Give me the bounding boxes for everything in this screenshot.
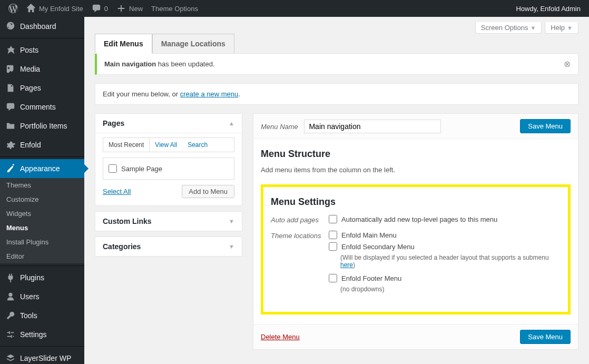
menu-structure-title: Menu Structure xyxy=(261,149,571,160)
wordpress-icon xyxy=(8,4,18,13)
pages-subtabs: Most Recent View All Search xyxy=(103,137,234,152)
tab-manage-locations[interactable]: Manage Locations xyxy=(152,34,234,53)
page-icon xyxy=(5,83,16,93)
wrench-icon xyxy=(5,310,16,321)
sidebar-item-pages[interactable]: Pages xyxy=(0,78,84,97)
menu-settings-title: Menu Settings xyxy=(271,196,561,208)
new-label: New xyxy=(129,5,143,13)
wp-logo[interactable] xyxy=(4,0,22,17)
auto-add-label: Auto add pages xyxy=(271,215,329,224)
subitem-widgets[interactable]: Widgets xyxy=(0,206,84,221)
appearance-submenu: Themes Customize Widgets Menus Install P… xyxy=(0,178,84,263)
tab-edit-menus[interactable]: Edit Menus xyxy=(95,34,152,54)
sidebar-item-appearance[interactable]: Appearance xyxy=(0,159,84,178)
subitem-editor[interactable]: Editor xyxy=(0,249,84,263)
info-panel: Edit your menu below, or create a new me… xyxy=(95,83,578,105)
brush-icon xyxy=(5,163,16,174)
sidebar-item-tools[interactable]: Tools xyxy=(0,306,84,325)
portfolio-icon xyxy=(5,121,16,131)
chevron-down-icon: ▼ xyxy=(229,218,234,224)
site-name: My Enfold Site xyxy=(39,5,83,13)
sidebar-item-media[interactable]: Media xyxy=(0,60,84,78)
subitem-customize[interactable]: Customize xyxy=(0,192,84,206)
sidebar-item-comments[interactable]: Comments xyxy=(0,97,84,116)
menu-footer: Delete Menu Save Menu xyxy=(253,324,578,349)
success-notice: Main navigation has been updated. ⊗ xyxy=(95,53,578,75)
notice-text: has been updated. xyxy=(156,60,214,68)
menu-edit-column: Menu Name Save Menu Menu Structure Add m… xyxy=(253,113,578,350)
submenu-here-link[interactable]: here xyxy=(340,261,353,269)
sidebar-item-portfolio[interactable]: Portfolio Items xyxy=(0,116,84,135)
accordion-pages-header[interactable]: Pages ▲ xyxy=(95,114,242,133)
select-all-link[interactable]: Select All xyxy=(103,188,131,195)
admin-sidebar: Dashboard Posts Media Pages Comments Por… xyxy=(0,17,84,364)
media-icon xyxy=(5,64,16,74)
accordion-pages: Pages ▲ Most Recent View All Search S xyxy=(95,113,242,206)
accordion-categories: Categories ▼ xyxy=(95,237,242,257)
subtab-search[interactable]: Search xyxy=(182,138,213,152)
page-list: Sample Page xyxy=(103,158,234,180)
comment-icon xyxy=(5,102,16,112)
main-content: Screen Options ▼ Help ▼ Edit Menus Manag… xyxy=(84,17,589,364)
page-item: Sample Page xyxy=(109,163,229,174)
nav-tabs: Edit Menus Manage Locations xyxy=(95,34,578,53)
accordion-custom-links-header[interactable]: Custom Links ▼ xyxy=(95,212,242,231)
sidebar-item-plugins[interactable]: Plugins xyxy=(0,268,84,287)
theme-options-link[interactable]: Theme Options xyxy=(147,0,202,17)
menu-header: Menu Name Save Menu xyxy=(253,114,578,139)
gear-icon xyxy=(5,140,16,150)
home-icon xyxy=(26,4,36,13)
comments-count: 0 xyxy=(104,5,108,13)
add-to-menu-button[interactable]: Add to Menu xyxy=(182,185,234,198)
dismiss-notice-button[interactable]: ⊗ xyxy=(564,59,571,69)
sidebar-item-users[interactable]: Users xyxy=(0,287,84,306)
comments-link[interactable]: 0 xyxy=(87,0,112,17)
howdy-link[interactable]: Howdy, Enfold Admin xyxy=(512,0,585,17)
plus-icon xyxy=(116,4,126,13)
theme-locations-label: Theme locations xyxy=(271,231,329,240)
chevron-up-icon: ▲ xyxy=(229,120,234,126)
create-menu-link[interactable]: create a new menu xyxy=(180,90,239,98)
loc-secondary-checkbox[interactable] xyxy=(329,242,337,251)
sidebar-item-dashboard[interactable]: Dashboard xyxy=(0,17,84,36)
chevron-down-icon: ▼ xyxy=(530,25,536,31)
subtab-most-recent[interactable]: Most Recent xyxy=(103,138,150,152)
accordion-categories-header[interactable]: Categories ▼ xyxy=(95,237,242,256)
screen-options-button[interactable]: Screen Options ▼ xyxy=(475,22,542,34)
page-checkbox[interactable] xyxy=(109,164,117,173)
menu-name-input[interactable] xyxy=(304,120,441,133)
plug-icon xyxy=(5,272,16,283)
comment-icon xyxy=(92,4,101,13)
auto-add-checkbox[interactable] xyxy=(329,215,337,223)
pin-icon xyxy=(5,45,16,55)
loc-main-checkbox[interactable] xyxy=(329,231,337,239)
layers-icon xyxy=(5,353,16,363)
subitem-menus[interactable]: Menus xyxy=(0,221,84,235)
notice-strong: Main navigation xyxy=(104,60,156,68)
dashboard-icon xyxy=(5,21,16,32)
subitem-themes[interactable]: Themes xyxy=(0,178,84,192)
new-link[interactable]: New xyxy=(112,0,147,17)
sliders-icon xyxy=(5,329,16,340)
loc-footer-checkbox[interactable] xyxy=(329,274,337,282)
menu-name-label: Menu Name xyxy=(261,123,298,131)
loc-secondary-note: (Will be displayed if you selected a hea… xyxy=(340,254,561,269)
menu-settings-box: Menu Settings Auto add pages Automatical… xyxy=(261,184,571,314)
add-items-column: Pages ▲ Most Recent View All Search S xyxy=(95,113,242,262)
save-menu-button-bottom[interactable]: Save Menu xyxy=(520,330,571,344)
sidebar-item-settings[interactable]: Settings xyxy=(0,325,84,344)
sidebar-item-layerslider[interactable]: LayerSlider WP xyxy=(0,349,84,364)
site-name-link[interactable]: My Enfold Site xyxy=(22,0,87,17)
delete-menu-link[interactable]: Delete Menu xyxy=(261,333,300,341)
sidebar-item-posts[interactable]: Posts xyxy=(0,41,84,60)
subitem-install-plugins[interactable]: Install Plugins xyxy=(0,235,84,249)
accordion-custom-links: Custom Links ▼ xyxy=(95,211,242,231)
help-button[interactable]: Help ▼ xyxy=(545,22,578,34)
sidebar-item-enfold[interactable]: Enfold xyxy=(0,135,84,154)
chevron-down-icon: ▼ xyxy=(229,243,234,250)
subtab-view-all[interactable]: View All xyxy=(150,138,182,152)
user-icon xyxy=(5,291,16,302)
save-menu-button-top[interactable]: Save Menu xyxy=(520,119,571,133)
loc-footer-note: (no dropdowns) xyxy=(340,286,561,293)
chevron-down-icon: ▼ xyxy=(567,25,573,31)
